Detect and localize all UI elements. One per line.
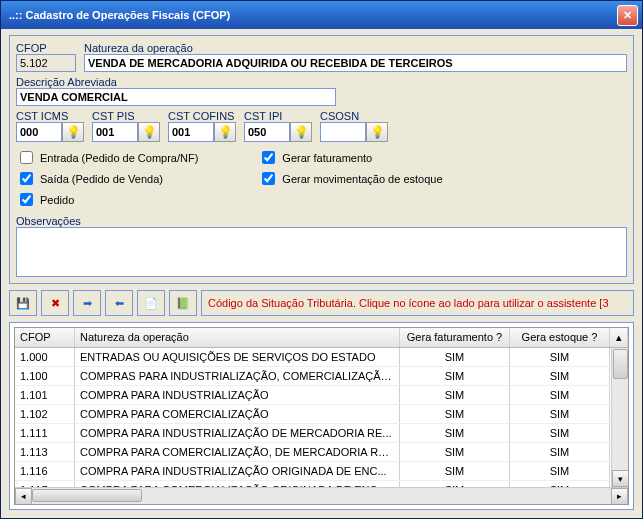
cst-icms-input[interactable] (16, 122, 62, 142)
table-row[interactable]: 1.000ENTRADAS OU AQUISIÇÕES DE SERVIÇOS … (15, 348, 628, 367)
cst-pis-helper-button[interactable]: 💡 (138, 122, 160, 142)
scroll-right-button[interactable]: ▸ (611, 488, 628, 505)
lightbulb-icon: 💡 (370, 125, 385, 139)
cell-estoque: SIM (510, 405, 610, 423)
cell-natureza: COMPRA PARA COMERCIALIZAÇÃO, DE MERCADOR… (75, 443, 400, 461)
table-row[interactable]: 1.117COMPRA PARA COMERCIALIZAÇÃO ORIGINA… (15, 481, 628, 487)
cst-cofins-helper-button[interactable]: 💡 (214, 122, 236, 142)
hint-text: Código da Situação Tributária. Clique no… (201, 290, 634, 316)
csosn-input[interactable] (320, 122, 366, 142)
cell-natureza: ENTRADAS OU AQUISIÇÕES DE SERVIÇOS DO ES… (75, 348, 400, 366)
cell-estoque: SIM (510, 348, 610, 366)
cell-cfop: 1.117 (15, 481, 75, 487)
cst-ipi-helper-button[interactable]: 💡 (290, 122, 312, 142)
cell-cfop: 1.111 (15, 424, 75, 442)
check-gerar-movimentacao[interactable]: Gerar movimentação de estoque (258, 169, 442, 188)
content: CFOP Natureza da operação Descrição Abre… (1, 29, 642, 518)
page-icon: 📄 (144, 297, 158, 310)
save-button[interactable]: 💾 (9, 290, 37, 316)
grid-body: 1.000ENTRADAS OU AQUISIÇÕES DE SERVIÇOS … (15, 348, 628, 487)
cell-faturamento: SIM (400, 462, 510, 480)
grid-header: CFOP Natureza da operação Gera faturamen… (15, 328, 628, 348)
cell-estoque: SIM (510, 462, 610, 480)
cell-faturamento: SIM (400, 367, 510, 385)
lightbulb-icon: 💡 (142, 125, 157, 139)
save-icon: 💾 (16, 297, 30, 310)
label-cst-icms: CST ICMS (16, 110, 84, 122)
cell-natureza: COMPRA PARA INDUSTRIALIZAÇÃO ORIGINADA D… (75, 462, 400, 480)
grid-panel: CFOP Natureza da operação Gera faturamen… (9, 322, 634, 510)
horizontal-scrollbar[interactable]: ◂ ▸ (15, 487, 628, 504)
col-header-estoque[interactable]: Gera estoque ? (510, 328, 610, 347)
check-saida[interactable]: Saída (Pedido de Venda) (16, 169, 198, 188)
descricao-input[interactable] (16, 88, 336, 106)
cell-cfop: 1.102 (15, 405, 75, 423)
cell-natureza: COMPRA PARA COMERCIALIZAÇÃO (75, 405, 400, 423)
arrow-left-icon: ⬅ (115, 297, 124, 310)
check-pedido[interactable]: Pedido (16, 190, 198, 209)
cell-cfop: 1.116 (15, 462, 75, 480)
cell-estoque: SIM (510, 367, 610, 385)
cell-estoque: SIM (510, 443, 610, 461)
cst-cofins-input[interactable] (168, 122, 214, 142)
vscroll-thumb[interactable] (613, 349, 628, 379)
prev-button[interactable]: ⬅ (105, 290, 133, 316)
cell-natureza: COMPRA PARA INDUSTRIALIZAÇÃO DE MERCADOR… (75, 424, 400, 442)
cell-faturamento: SIM (400, 405, 510, 423)
col-header-natureza[interactable]: Natureza da operação (75, 328, 400, 347)
label-cst-ipi: CST IPI (244, 110, 312, 122)
cell-estoque: SIM (510, 424, 610, 442)
cell-cfop: 1.100 (15, 367, 75, 385)
cell-faturamento: SIM (400, 443, 510, 461)
next-button[interactable]: ➡ (73, 290, 101, 316)
new-button[interactable]: 📄 (137, 290, 165, 316)
table-row[interactable]: 1.100COMPRAS PARA INDUSTRIALIZAÇÃO, COME… (15, 367, 628, 386)
check-gerar-faturamento[interactable]: Gerar faturamento (258, 148, 442, 167)
lightbulb-icon: 💡 (294, 125, 309, 139)
cell-cfop: 1.113 (15, 443, 75, 461)
cell-natureza: COMPRA PARA INDUSTRIALIZAÇÃO (75, 386, 400, 404)
cell-faturamento: SIM (400, 481, 510, 487)
table-row[interactable]: 1.116COMPRA PARA INDUSTRIALIZAÇÃO ORIGIN… (15, 462, 628, 481)
table-row[interactable]: 1.101COMPRA PARA INDUSTRIALIZAÇÃOSIMSIM (15, 386, 628, 405)
export-button[interactable]: 📗 (169, 290, 197, 316)
arrow-right-icon: ➡ (83, 297, 92, 310)
cell-estoque: SIM (510, 386, 610, 404)
col-header-faturamento[interactable]: Gera faturamento ? (400, 328, 510, 347)
label-descricao: Descrição Abreviada (16, 76, 336, 88)
cst-ipi-input[interactable] (244, 122, 290, 142)
cell-cfop: 1.101 (15, 386, 75, 404)
close-button[interactable]: ✕ (617, 5, 638, 26)
cfop-input[interactable] (16, 54, 76, 72)
titlebar: ..:: Cadastro de Operações Fiscais (CFOP… (1, 1, 642, 29)
toolbar: 💾 ✖ ➡ ⬅ 📄 📗 Código da Situação Tributári… (9, 290, 634, 316)
cst-pis-input[interactable] (92, 122, 138, 142)
scroll-left-button[interactable]: ◂ (15, 488, 32, 505)
label-csosn: CSOSN (320, 110, 388, 122)
cell-faturamento: SIM (400, 386, 510, 404)
table-row[interactable]: 1.111COMPRA PARA INDUSTRIALIZAÇÃO DE MER… (15, 424, 628, 443)
cell-faturamento: SIM (400, 348, 510, 366)
cancel-button[interactable]: ✖ (41, 290, 69, 316)
export-icon: 📗 (176, 297, 190, 310)
scroll-up-button[interactable]: ▴ (610, 328, 628, 347)
app-window: ..:: Cadastro de Operações Fiscais (CFOP… (0, 0, 643, 519)
table-row[interactable]: 1.102COMPRA PARA COMERCIALIZAÇÃOSIMSIM (15, 405, 628, 424)
label-observacoes: Observações (16, 215, 627, 227)
check-entrada[interactable]: Entrada (Pedido de Compra/NF) (16, 148, 198, 167)
col-header-cfop[interactable]: CFOP (15, 328, 75, 347)
cst-icms-helper-button[interactable]: 💡 (62, 122, 84, 142)
vertical-scrollbar[interactable]: ▾ (611, 348, 628, 487)
checkbox-area: Entrada (Pedido de Compra/NF) Saída (Ped… (16, 146, 627, 211)
label-natureza: Natureza da operação (84, 42, 627, 54)
table-row[interactable]: 1.113COMPRA PARA COMERCIALIZAÇÃO, DE MER… (15, 443, 628, 462)
csosn-helper-button[interactable]: 💡 (366, 122, 388, 142)
label-cst-pis: CST PIS (92, 110, 160, 122)
cell-cfop: 1.000 (15, 348, 75, 366)
cell-estoque: SIM (510, 481, 610, 487)
hscroll-thumb[interactable] (32, 489, 142, 502)
natureza-input[interactable] (84, 54, 627, 72)
scroll-down-button[interactable]: ▾ (612, 470, 628, 487)
observacoes-input[interactable] (16, 227, 627, 277)
label-cfop: CFOP (16, 42, 76, 54)
